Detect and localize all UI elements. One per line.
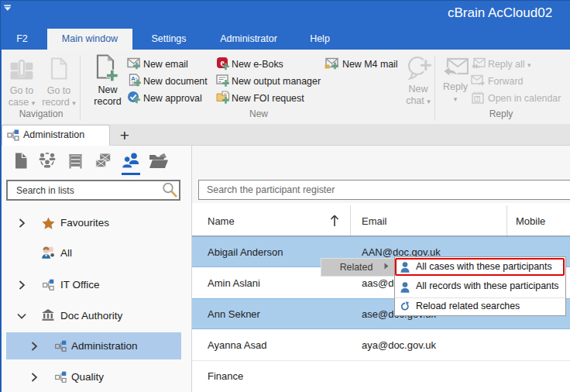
- svg-text:7: 7: [476, 96, 479, 101]
- svg-text:A: A: [131, 75, 136, 82]
